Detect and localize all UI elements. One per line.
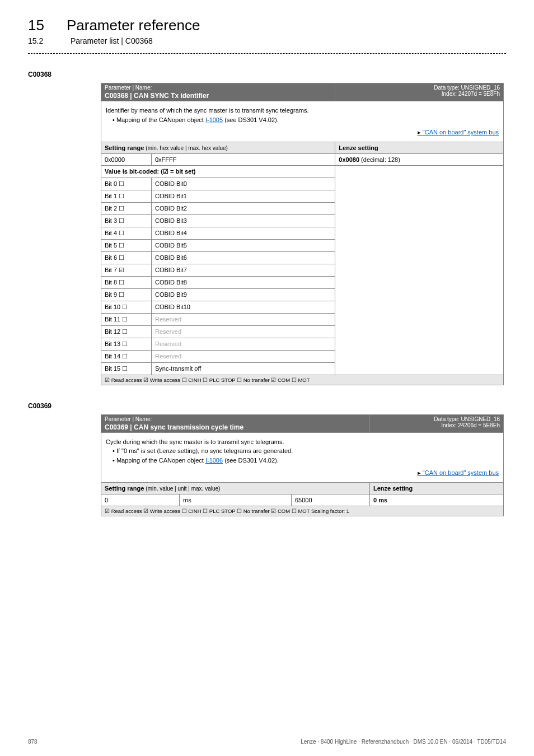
bit-label: Bit 12 ☐ (101, 325, 152, 338)
setting-range-sub: (min. hex value | max. hex value) (146, 145, 228, 151)
bit-text: Reserved (152, 350, 335, 362)
bit-label: Bit 0 ☐ (101, 178, 152, 190)
bit-label: Bit 2 ☐ (101, 202, 152, 214)
link-i1005[interactable]: I-1005 (205, 116, 223, 123)
bit-text: COBID Bit3 (152, 214, 335, 227)
parameter-table-c00368: Parameter | Name: C00368 | CAN SYNC Tx i… (101, 83, 504, 385)
access-row: ☑ Read access ☑ Write access ☐ CINH ☐ PL… (101, 506, 504, 516)
title-row: Parameter | Name: C00368 | CAN SYNC Tx i… (101, 83, 504, 101)
bit-text: COBID Bit8 (152, 276, 335, 288)
title-row: Parameter | Name: C00369 | CAN sync tran… (101, 414, 504, 432)
bit-text: COBID Bit6 (152, 251, 335, 264)
data-type: Data type: UNSIGNED_16 (339, 85, 500, 91)
section-number: 15.2 (28, 36, 48, 45)
bit-text: COBID Bit9 (152, 288, 335, 301)
lenze-value: 0 ms (373, 497, 387, 503)
data-type: Data type: UNSIGNED_16 (373, 416, 500, 422)
description-row: Cycle during which the sync master is to… (101, 432, 504, 482)
bit-text: Reserved (152, 325, 335, 338)
bullet-2-pre: • Mapping of the CANopen object (113, 457, 205, 464)
bullet-text-post: (see DS301 V4.02). (223, 116, 279, 123)
param-name-label: Parameter | Name: (105, 416, 366, 422)
setting-range-header: Setting range (min. hex value | max. hex… (101, 142, 504, 153)
link-can-system-bus[interactable]: "CAN on board" system bus (418, 129, 499, 136)
parameter-id-c00368: C00368 (28, 71, 506, 78)
desc-text: Identifier by means of which the sync ma… (106, 106, 499, 115)
lenze-value-bold: 0x0080 (339, 156, 359, 163)
param-name: C00369 | CAN sync transmission cycle tim… (105, 422, 366, 431)
lenze-setting-label: Lenze setting (335, 142, 504, 153)
bit-label: Bit 9 ☐ (101, 288, 152, 301)
bit-label: Bit 1 ☐ (101, 190, 152, 202)
bit-text: COBID Bit1 (152, 190, 335, 202)
bit-coded-header: Value is bit-coded: (☑ = bit set) (101, 165, 504, 178)
bit-text: Reserved (152, 338, 335, 350)
parameter-block-c00368: Parameter | Name: C00368 | CAN SYNC Tx i… (101, 83, 506, 385)
param-name-label: Parameter | Name: (105, 85, 331, 91)
link-can-system-bus[interactable]: "CAN on board" system bus (418, 469, 499, 476)
bit-label: Bit 10 ☐ (101, 301, 152, 313)
bullet-1: • If "0 ms" is set (Lenze setting), no s… (106, 446, 499, 456)
bit-text: COBID Bit4 (152, 227, 335, 239)
bit-label: Bit 7 ☑ (101, 264, 152, 276)
section-title: Parameter list | C00368 (71, 36, 153, 45)
bit-text: Sync-transmit off (152, 362, 335, 375)
max-value: 65000 (292, 494, 370, 506)
page-header-section: 15.2 Parameter list | C00368 (28, 36, 506, 45)
unit-value: ms (180, 494, 292, 506)
value-row: 0x0000 0xFFFF 0x0080 (decimal: 128) (101, 153, 504, 165)
divider (28, 53, 506, 54)
page-header-chapter: 15 Parameter reference (28, 17, 506, 34)
index-value: Index: 24206d = 5E8Eh (373, 422, 500, 428)
value-row: 0 ms 65000 0 ms (101, 494, 504, 506)
bit-label: Bit 4 ☐ (101, 227, 152, 239)
bit-label: Bit 13 ☐ (101, 338, 152, 350)
access-flags: ☑ Read access ☑ Write access ☐ CINH ☐ PL… (101, 375, 504, 385)
lenze-value-rest: (decimal: 128) (359, 156, 400, 163)
bit-coded-label: Value is bit-coded: (☑ = bit set) (101, 165, 335, 178)
bit-label: Bit 3 ☐ (101, 214, 152, 227)
bit-text: COBID Bit7 (152, 264, 335, 276)
parameter-table-c00369: Parameter | Name: C00369 | CAN sync tran… (101, 414, 504, 516)
bit-text: COBID Bit5 (152, 239, 335, 251)
bit-label: Bit 15 ☐ (101, 362, 152, 375)
bit-text: COBID Bit10 (152, 301, 335, 313)
bit-text: COBID Bit2 (152, 202, 335, 214)
bit-label: Bit 5 ☐ (101, 239, 152, 251)
bit-text: COBID Bit0 (152, 178, 335, 190)
min-value: 0 (101, 494, 180, 506)
parameter-block-c00369: Parameter | Name: C00369 | CAN sync tran… (101, 414, 506, 516)
description-row: Identifier by means of which the sync ma… (101, 101, 504, 142)
link-i1006[interactable]: I-1006 (205, 457, 223, 464)
setting-range-label: Setting range (105, 144, 146, 151)
param-name: C00368 | CAN SYNC Tx identifier (105, 91, 331, 100)
bullet-text-pre: • Mapping of the CANopen object (113, 116, 205, 123)
setting-range-label: Setting range (105, 485, 146, 492)
bit-text: Reserved (152, 313, 335, 325)
setting-range-sub: (min. value | unit | max. value) (146, 486, 220, 492)
lenze-setting-label: Lenze setting (370, 482, 504, 494)
max-value: 0xFFFF (152, 153, 335, 165)
bullet-2-post: (see DS301 V4.02). (223, 457, 279, 464)
setting-range-header: Setting range (min. value | unit | max. … (101, 482, 504, 494)
access-flags: ☑ Read access ☑ Write access ☐ CINH ☐ PL… (101, 506, 504, 516)
access-row: ☑ Read access ☑ Write access ☐ CINH ☐ PL… (101, 375, 504, 385)
min-value: 0x0000 (101, 153, 152, 165)
bit-label: Bit 6 ☐ (101, 251, 152, 264)
chapter-title: Parameter reference (67, 17, 200, 34)
bit-label: Bit 11 ☐ (101, 313, 152, 325)
chapter-number: 15 (28, 17, 44, 34)
bit-label: Bit 8 ☐ (101, 276, 152, 288)
parameter-id-c00369: C00369 (28, 402, 506, 410)
desc-text: Cycle during which the sync master is to… (106, 437, 499, 447)
index-value: Index: 24207d = 5E8Fh (339, 91, 500, 97)
bit-label: Bit 14 ☐ (101, 350, 152, 362)
